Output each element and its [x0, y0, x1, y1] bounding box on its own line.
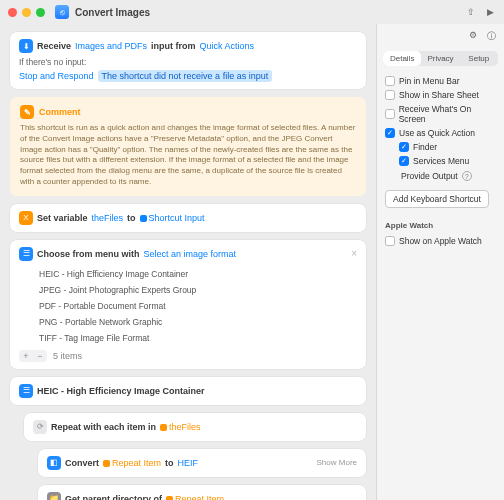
choose-from-menu-action[interactable]: ☰ Choose from menu with Select an image …: [10, 240, 366, 369]
close-icon[interactable]: ×: [351, 248, 357, 259]
close-window-button[interactable]: [8, 8, 17, 17]
repeat-action[interactable]: ⟳ Repeat with each item in theFiles: [24, 413, 366, 441]
menu-count: 5 items: [53, 351, 82, 361]
setvar-to: to: [127, 213, 136, 223]
setvar-name[interactable]: theFiles: [92, 213, 124, 223]
tab-setup[interactable]: Setup: [460, 51, 498, 66]
menu-case-action[interactable]: ☰ HEIC - High Efficiency Image Container: [10, 377, 366, 405]
titlebar: ⎋ Convert Images ⇧ ▶: [0, 0, 504, 24]
finder-checkbox[interactable]: ✓Finder: [399, 140, 496, 154]
stop-respond-token[interactable]: Stop and Respond: [19, 71, 94, 81]
window-controls[interactable]: [8, 8, 45, 17]
show-more-button[interactable]: Show More: [317, 458, 357, 467]
menu-items: HEIC - High Efficiency Image Container J…: [39, 266, 357, 346]
convert-to: to: [165, 458, 174, 468]
comment-title: Comment: [39, 107, 81, 117]
setvar-value[interactable]: Shortcut Input: [140, 213, 205, 223]
minimize-window-button[interactable]: [22, 8, 31, 17]
pin-menu-bar-checkbox[interactable]: Pin in Menu Bar: [385, 74, 496, 88]
minus-icon[interactable]: −: [33, 350, 47, 362]
convert-format[interactable]: HEIF: [178, 458, 199, 468]
zoom-window-button[interactable]: [36, 8, 45, 17]
folder-icon: 📁: [47, 492, 61, 500]
services-checkbox[interactable]: ✓Services Menu: [399, 154, 496, 168]
quick-action-checkbox[interactable]: ✓Use as Quick Action: [385, 126, 496, 140]
menu-item[interactable]: PDF - Portable Document Format: [39, 298, 357, 314]
menu-icon: ☰: [19, 247, 33, 261]
receive-action[interactable]: ⬇ Receive Images and PDFs input from Qui…: [10, 32, 366, 89]
comment-action[interactable]: ✎Comment This shortcut is run as a quick…: [10, 97, 366, 196]
if-no-input-label: If there's no input:: [19, 57, 357, 67]
receive-screen-checkbox[interactable]: Receive What's On Screen: [385, 102, 496, 126]
repeat-var[interactable]: theFiles: [160, 422, 201, 432]
plus-icon[interactable]: +: [19, 350, 33, 362]
add-keyboard-shortcut-button[interactable]: Add Keyboard Shortcut: [385, 190, 489, 208]
receive-label: Receive: [37, 41, 71, 51]
share-sheet-checkbox[interactable]: Show in Share Sheet: [385, 88, 496, 102]
inspector-tabs[interactable]: Details Privacy Setup: [383, 51, 498, 66]
menu-item[interactable]: HEIC - High Efficiency Image Container: [39, 266, 357, 282]
add-remove-stepper[interactable]: +−: [19, 350, 47, 362]
convert-action[interactable]: ◧ Convert Repeat Item to HEIF Show More: [38, 449, 366, 477]
adjustments-icon[interactable]: ⚙: [469, 30, 477, 43]
get-parent-action[interactable]: 📁 Get parent directory of Repeat Item: [38, 485, 366, 500]
menu-item[interactable]: JPEG - Joint Photographic Experts Group: [39, 282, 357, 298]
case-title: HEIC - High Efficiency Image Container: [37, 386, 205, 396]
receive-source[interactable]: Quick Actions: [200, 41, 255, 51]
setvar-label: Set variable: [37, 213, 88, 223]
menu-case-icon: ☰: [19, 384, 33, 398]
receive-mid: input from: [151, 41, 196, 51]
variable-icon: X: [19, 211, 33, 225]
set-variable-action[interactable]: X Set variable theFiles to Shortcut Inpu…: [10, 204, 366, 232]
parent-input[interactable]: Repeat Item: [166, 494, 224, 500]
app-icon: ⎋: [55, 5, 69, 19]
workflow-editor: ⬇ Receive Images and PDFs input from Qui…: [0, 24, 376, 500]
tab-privacy[interactable]: Privacy: [421, 51, 459, 66]
convert-icon: ◧: [47, 456, 61, 470]
run-icon[interactable]: ▶: [487, 7, 494, 17]
comment-body: This shortcut is run as a quick action a…: [20, 123, 356, 188]
menu-item[interactable]: TIFF - Tag Image File Format: [39, 330, 357, 346]
stop-message-token[interactable]: The shortcut did not receive a file as i…: [98, 70, 273, 82]
receive-types[interactable]: Images and PDFs: [75, 41, 147, 51]
tab-details[interactable]: Details: [383, 51, 421, 66]
menu-label: Choose from menu with: [37, 249, 140, 259]
help-icon[interactable]: ?: [462, 171, 472, 181]
input-icon: ⬇: [19, 39, 33, 53]
parent-label: Get parent directory of: [65, 494, 162, 500]
repeat-label: Repeat with each item in: [51, 422, 156, 432]
comment-icon: ✎: [20, 105, 34, 119]
apple-watch-heading: Apple Watch: [377, 217, 504, 232]
repeat-icon: ⟳: [33, 420, 47, 434]
apple-watch-checkbox[interactable]: Show on Apple Watch: [385, 234, 496, 248]
menu-prompt[interactable]: Select an image format: [144, 249, 237, 259]
window-title: Convert Images: [75, 7, 150, 18]
inspector-sidebar: ⚙ ⓘ Details Privacy Setup Pin in Menu Ba…: [376, 24, 504, 500]
convert-input[interactable]: Repeat Item: [103, 458, 161, 468]
convert-label: Convert: [65, 458, 99, 468]
menu-item[interactable]: PNG - Portable Network Graphic: [39, 314, 357, 330]
info-icon[interactable]: ⓘ: [487, 30, 496, 43]
provide-output-row[interactable]: Provide Output?: [399, 168, 496, 185]
share-icon[interactable]: ⇧: [467, 7, 475, 17]
